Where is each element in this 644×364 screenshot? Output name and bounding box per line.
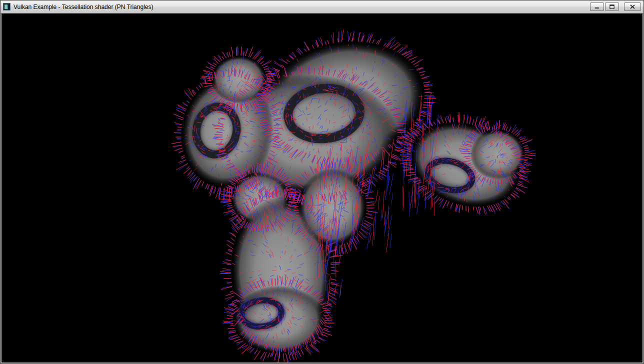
window-title: Vulkan Example - Tessellation shader (PN… (14, 0, 590, 14)
maximize-icon (610, 4, 614, 9)
render-canvas[interactable] (2, 14, 642, 362)
app-window: Vulkan Example - Tessellation shader (PN… (0, 0, 644, 364)
close-icon (630, 4, 635, 9)
maximize-button[interactable] (605, 2, 619, 11)
minimize-icon (594, 4, 600, 9)
window-controls (590, 2, 641, 11)
render-viewport (2, 14, 642, 362)
minimize-button[interactable] (590, 2, 604, 11)
title-bar[interactable]: Vulkan Example - Tessellation shader (PN… (0, 0, 644, 14)
close-button[interactable] (624, 2, 641, 11)
vulkan-example-icon (3, 3, 10, 10)
